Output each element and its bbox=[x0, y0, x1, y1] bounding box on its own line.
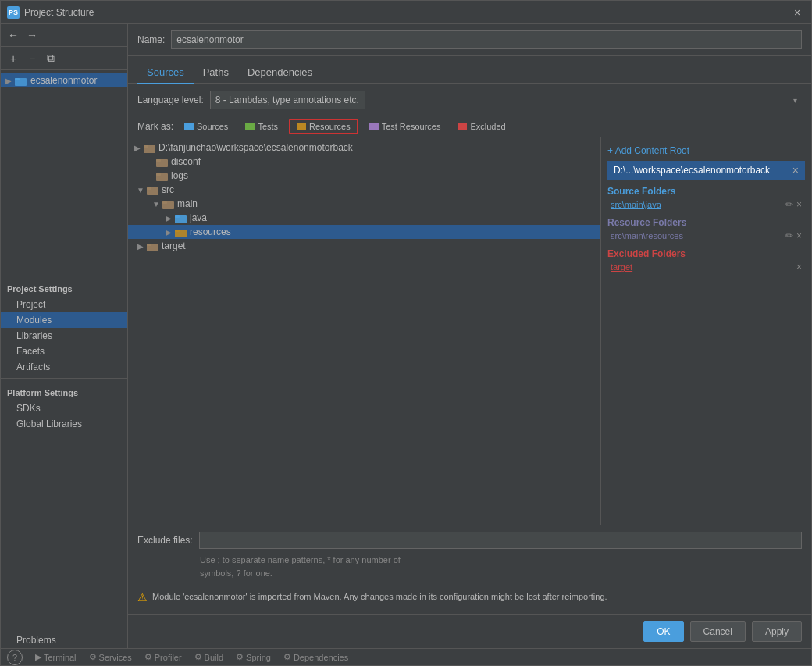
copy-module-button[interactable]: ⧉ bbox=[43, 51, 59, 66]
exclude-files-label: Exclude files: bbox=[137, 535, 193, 546]
statusbar-profiler[interactable]: ⚙ Profiler bbox=[144, 652, 182, 662]
nav-back-button[interactable]: ← bbox=[5, 27, 21, 43]
disconf-folder-icon bbox=[156, 157, 169, 167]
file-tree-src[interactable]: ▼ src bbox=[128, 183, 600, 197]
mark-tests-button[interactable]: Tests bbox=[239, 120, 284, 133]
resource-path-link[interactable]: src\main\resources bbox=[611, 231, 683, 240]
module-tree-item[interactable]: ▶ ecsalenonmotor bbox=[1, 73, 127, 87]
sidebar-item-facets[interactable]: Facets bbox=[1, 344, 127, 359]
services-icon: ⚙ bbox=[89, 652, 97, 662]
file-tree-logs[interactable]: logs bbox=[128, 169, 600, 183]
root-folder-label: D:\fanjunchao\workspace\ecsalenonmotorba… bbox=[158, 142, 353, 153]
remove-excluded-path-icon[interactable]: × bbox=[796, 262, 802, 272]
language-level-wrapper: 8 - Lambdas, type annotations etc. bbox=[210, 91, 802, 109]
mark-test-resources-button[interactable]: Test Resources bbox=[363, 120, 447, 133]
mark-test-resources-label: Test Resources bbox=[382, 122, 441, 131]
module-toolbar: + − ⧉ bbox=[1, 47, 127, 70]
warning-text: Module 'ecsalenonmotor' is imported from… bbox=[152, 590, 607, 604]
mark-as-label: Mark as: bbox=[137, 121, 173, 132]
file-tree-root[interactable]: ▶ D:\fanjunchao\workspace\ecsalenonmotor… bbox=[128, 141, 600, 155]
exclude-files-row: Exclude files: bbox=[137, 532, 802, 549]
tab-dependencies[interactable]: Dependencies bbox=[238, 62, 322, 84]
file-tree-target[interactable]: ▶ target bbox=[128, 239, 600, 253]
file-tree-disconf[interactable]: disconf bbox=[128, 155, 600, 169]
warning-row: ⚠ Module 'ecsalenonmotor' is imported fr… bbox=[137, 586, 802, 608]
statusbar-services[interactable]: ⚙ Services bbox=[89, 652, 132, 662]
apply-button[interactable]: Apply bbox=[752, 621, 802, 642]
exclude-files-input[interactable] bbox=[199, 532, 802, 549]
sidebar-item-artifacts[interactable]: Artifacts bbox=[1, 359, 127, 375]
svg-rect-3 bbox=[144, 145, 148, 148]
statusbar-build[interactable]: ⚙ Build bbox=[194, 652, 223, 662]
sidebar-item-modules[interactable]: Modules bbox=[1, 312, 127, 328]
statusbar-dependencies[interactable]: ⚙ Dependencies bbox=[283, 652, 348, 662]
excluded-folders-heading: Excluded Folders bbox=[607, 248, 805, 259]
ok-button[interactable]: OK bbox=[643, 621, 683, 642]
statusbar-terminal[interactable]: ▶ Terminal bbox=[35, 652, 77, 662]
excluded-path-link[interactable]: target bbox=[611, 262, 632, 272]
sources-color-icon bbox=[184, 123, 194, 130]
java-label: java bbox=[190, 212, 207, 223]
mark-excluded-button[interactable]: Excluded bbox=[451, 120, 511, 133]
status-bar: ? ▶ Terminal ⚙ Services ⚙ Profiler ⚙ Bui… bbox=[1, 648, 811, 665]
sidebar-item-problems[interactable]: Problems bbox=[1, 632, 127, 648]
hint-text: Use ; to separate name patterns, * for a… bbox=[137, 554, 802, 579]
add-module-button[interactable]: + bbox=[5, 51, 21, 66]
tab-sources[interactable]: Sources bbox=[137, 62, 194, 84]
svg-rect-11 bbox=[162, 201, 167, 204]
source-folders-heading: Source Folders bbox=[607, 186, 805, 197]
source-path-link[interactable]: src\main\java bbox=[611, 200, 661, 209]
mark-sources-button[interactable]: Sources bbox=[178, 120, 234, 133]
file-tree-java[interactable]: ▶ java bbox=[128, 211, 600, 225]
remove-module-button[interactable]: − bbox=[24, 51, 40, 66]
statusbar-spring[interactable]: ⚙ Spring bbox=[236, 652, 271, 662]
svg-rect-1 bbox=[15, 78, 20, 80]
module-tree: ▶ ecsalenonmotor bbox=[1, 70, 127, 278]
name-label: Name: bbox=[137, 34, 165, 45]
source-path-actions: ✏ × bbox=[785, 199, 802, 210]
root-arrow-icon: ▶ bbox=[131, 144, 144, 152]
add-content-root-button[interactable]: + Add Content Root bbox=[607, 144, 805, 158]
main-label: main bbox=[177, 198, 198, 209]
file-tree-resources[interactable]: ▶ resources bbox=[128, 225, 600, 239]
logs-label: logs bbox=[171, 170, 188, 181]
name-input[interactable] bbox=[171, 30, 802, 49]
java-folder-icon bbox=[175, 213, 187, 223]
sidebar: ← → + − ⧉ ▶ ecsalenonmotor bbox=[1, 24, 128, 648]
remove-resource-path-icon[interactable]: × bbox=[796, 230, 802, 241]
edit-resource-path-icon[interactable]: ✏ bbox=[785, 230, 793, 241]
resources-label: resources bbox=[190, 226, 231, 237]
remove-source-path-icon[interactable]: × bbox=[796, 199, 802, 210]
mark-as-row: Mark as: Sources Tests Resources bbox=[128, 116, 811, 137]
content-root-close-button[interactable]: × bbox=[792, 164, 799, 176]
language-level-select[interactable]: 8 - Lambdas, type annotations etc. bbox=[210, 91, 365, 109]
svg-rect-17 bbox=[147, 244, 151, 246]
mark-resources-button[interactable]: Resources bbox=[289, 119, 358, 134]
file-tree-main[interactable]: ▼ main bbox=[128, 197, 600, 211]
help-button[interactable]: ? bbox=[7, 650, 23, 665]
tab-paths[interactable]: Paths bbox=[194, 62, 238, 84]
sidebar-item-sdks[interactable]: SDKs bbox=[1, 401, 127, 416]
tests-color-icon bbox=[245, 123, 255, 130]
svg-rect-9 bbox=[147, 187, 151, 190]
close-button[interactable]: × bbox=[789, 5, 805, 20]
resource-folders-heading: Resource Folders bbox=[607, 217, 805, 228]
sidebar-item-global-libraries[interactable]: Global Libraries bbox=[1, 416, 127, 432]
main-folder-icon bbox=[162, 199, 175, 209]
language-level-label: Language level: bbox=[137, 94, 204, 105]
platform-settings-heading: Platform Settings bbox=[1, 382, 127, 401]
terminal-icon: ▶ bbox=[35, 652, 41, 662]
cancel-button[interactable]: Cancel bbox=[690, 621, 746, 642]
resources-folder-icon bbox=[175, 227, 187, 237]
sidebar-item-libraries[interactable]: Libraries bbox=[1, 328, 127, 344]
spring-icon: ⚙ bbox=[236, 652, 244, 662]
resources-arrow-icon: ▶ bbox=[162, 228, 175, 237]
sidebar-item-project[interactable]: Project bbox=[1, 297, 127, 312]
edit-source-path-icon[interactable]: ✏ bbox=[785, 199, 793, 210]
title-bar-text: Project Structure bbox=[24, 7, 789, 18]
bottom-area: Exclude files: Use ; to separate name pa… bbox=[128, 525, 811, 614]
nav-forward-button[interactable]: → bbox=[24, 27, 40, 43]
resource-path-item: src\main\resources ✏ × bbox=[607, 230, 805, 242]
project-settings-heading: Project Settings bbox=[1, 278, 127, 297]
src-label: src bbox=[162, 184, 174, 195]
